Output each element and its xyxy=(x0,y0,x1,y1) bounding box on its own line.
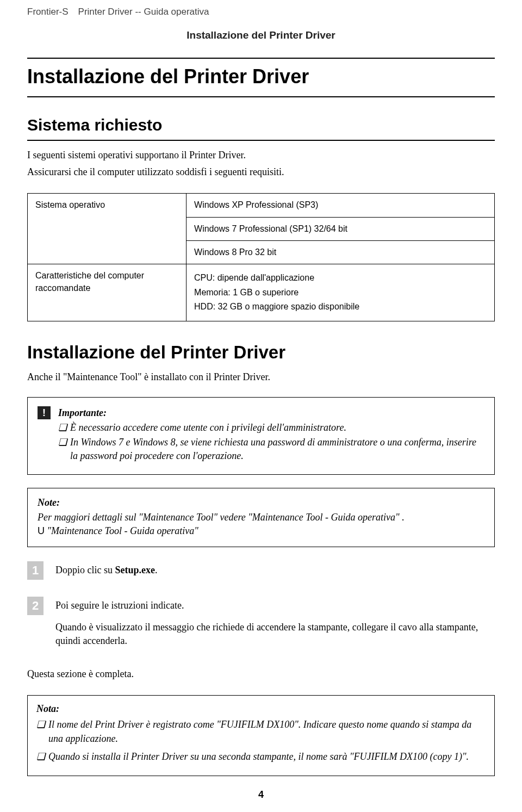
requirements-table: Sistema operativo Windows XP Professiona… xyxy=(27,193,495,321)
step-1-text: Doppio clic su Setup.exe. xyxy=(55,563,495,577)
step-2a-text: Poi seguire le istruzioni indicate. xyxy=(55,599,495,612)
step-2: 2 Poi seguire le istruzioni indicate. Qu… xyxy=(27,597,495,655)
sistema-p1: I seguenti sistemi operativi supportano … xyxy=(27,148,495,162)
page-title: Installazione del Printer Driver xyxy=(27,58,495,97)
nota-bullet-2: ❏ Quando si installa il Printer Driver s… xyxy=(36,750,486,764)
ref-text: "Maintenance Tool - Guida operativa" xyxy=(45,525,198,536)
nota-bullet-1: ❏ Il nome del Print Driver è registrato … xyxy=(36,718,486,745)
importante-text-1: È necessario accedere come utente con i … xyxy=(70,421,346,435)
importante-title: Importante: xyxy=(58,406,484,420)
os-value-3: Windows 8 Pro 32 bit xyxy=(187,240,495,264)
note-box: Note: Per maggiori dettagli sul "Mainten… xyxy=(27,488,495,548)
importante-bullet-2: ❏ In Windows 7 e Windows 8, se viene ric… xyxy=(58,436,484,463)
spec-cpu: CPU: dipende dall'applicazione xyxy=(194,272,487,284)
running-header: Frontier-SPrinter Driver -- Guida operat… xyxy=(27,5,495,18)
sistema-p2: Assicurarsi che il computer utilizzato s… xyxy=(27,165,495,179)
install-lead: Anche il "Maintenance Tool" è installato… xyxy=(27,370,495,384)
nota-box: Nota: ❏ Il nome del Print Driver è regis… xyxy=(27,695,495,776)
note-title: Note: xyxy=(38,496,484,510)
product-name: Frontier-S xyxy=(27,7,69,17)
step-2b-text: Quando è visualizzato il messaggio che r… xyxy=(55,621,495,648)
step-number-1: 1 xyxy=(27,561,44,580)
note-text: Per maggiori dettagli sul "Maintenance T… xyxy=(38,511,484,524)
importante-text-2: In Windows 7 e Windows 8, se viene richi… xyxy=(70,436,484,463)
os-value-2: Windows 7 Professional (SP1) 32/64 bit xyxy=(187,217,495,240)
os-label: Sistema operativo xyxy=(28,194,187,264)
sistema-heading: Sistema richiesto xyxy=(27,114,495,141)
nota-text-1: Il nome del Print Driver è registrato co… xyxy=(48,718,486,745)
spec-label: Caratteristiche del computer raccomandat… xyxy=(28,264,187,321)
bullet-icon: ❏ xyxy=(36,750,45,764)
table-row: Sistema operativo Windows XP Professiona… xyxy=(28,194,495,217)
os-value-1: Windows XP Professional (SP3) xyxy=(187,194,495,217)
nota-text-2: Quando si installa il Printer Driver su … xyxy=(48,750,469,764)
install-heading-2: Installazione del Printer Driver xyxy=(27,340,495,365)
spec-mem: Memoria: 1 GB o superiore xyxy=(194,287,487,299)
ref-u-icon: U xyxy=(38,525,45,536)
spec-values: CPU: dipende dall'applicazione Memoria: … xyxy=(187,264,495,321)
nota-title: Nota: xyxy=(36,702,486,716)
bullet-icon: ❏ xyxy=(58,436,67,463)
bullet-icon: ❏ xyxy=(36,718,45,745)
bullet-icon: ❏ xyxy=(58,421,67,435)
step-1: 1 Doppio clic su Setup.exe. xyxy=(27,561,495,585)
spec-hdd: HDD: 32 GB o maggiore spazio disponibile xyxy=(194,301,487,313)
step-number-2: 2 xyxy=(27,597,44,615)
page-number: 4 xyxy=(27,788,495,802)
importante-bullet-1: ❏ È necessario accedere come utente con … xyxy=(58,421,484,435)
importante-box: ! Importante: ❏ È necessario accedere co… xyxy=(27,397,495,475)
section-label: Installazione del Printer Driver xyxy=(27,28,495,43)
doc-title: Printer Driver -- Guida operativa xyxy=(78,7,209,17)
section-complete: Questa sezione è completa. xyxy=(27,667,495,681)
note-ref: U "Maintenance Tool - Guida operativa" xyxy=(38,524,484,538)
table-row: Caratteristiche del computer raccomandat… xyxy=(28,264,495,321)
exclamation-icon: ! xyxy=(38,406,51,419)
